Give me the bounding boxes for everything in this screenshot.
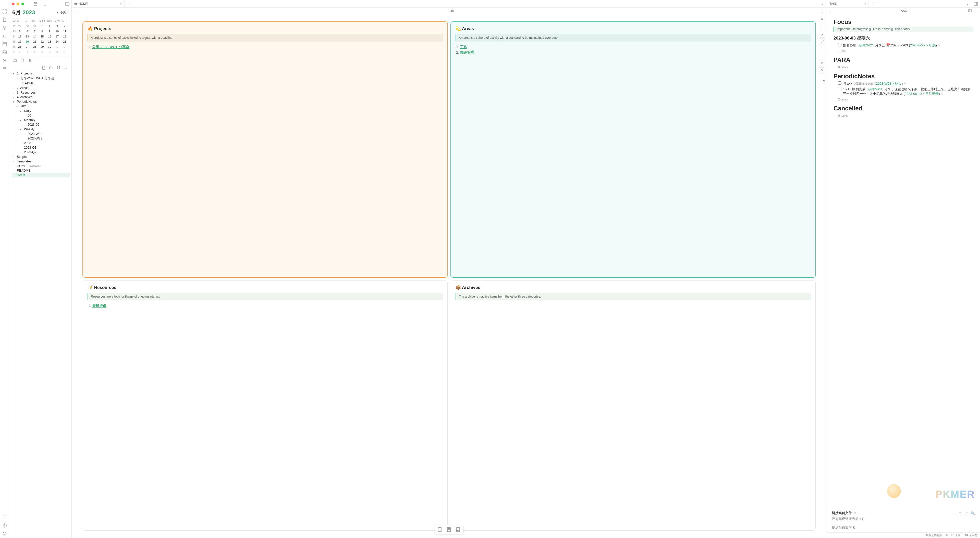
task-row[interactable]: 报名参加 #分享/WOT 分享会 📅 2023-06-03 (2023-W22 … [834, 43, 974, 48]
calendar-day[interactable]: 25· [61, 39, 68, 44]
tree-item[interactable]: TASK [12, 173, 70, 178]
calendar-day[interactable]: 11· [61, 29, 68, 34]
today-button[interactable]: 今天 [60, 10, 66, 15]
chevron-icon[interactable]: › [16, 77, 19, 80]
calendar-day[interactable]: 26· [16, 44, 24, 49]
calendar-day[interactable]: 6· [24, 29, 31, 34]
status-chars[interactable]: 664 个字符 [964, 533, 977, 537]
image-icon[interactable] [2, 50, 7, 55]
edit-icon[interactable]: ✎ [938, 44, 940, 47]
tree-item[interactable]: 2023-Q2 [12, 150, 70, 154]
search-icon[interactable]: 🔍 [971, 511, 975, 515]
tab-dropdown-icon[interactable]: ⌄ [818, 2, 827, 6]
calendar-day[interactable]: 30· [24, 24, 31, 29]
calendar-day[interactable]: 20· [24, 39, 31, 44]
task-checkbox[interactable] [838, 43, 842, 46]
add-note-icon[interactable] [445, 526, 453, 533]
collapse-right-icon[interactable] [972, 2, 980, 6]
chevron-icon[interactable]: › [13, 156, 16, 158]
task-checkbox[interactable] [838, 87, 842, 90]
new-folder-icon[interactable] [49, 66, 53, 70]
vault-icon[interactable] [2, 515, 7, 520]
calendar-day[interactable]: 21· [31, 39, 38, 44]
new-note-icon[interactable] [42, 66, 46, 70]
tree-item[interactable]: ›3. Resources [12, 90, 70, 95]
week-number[interactable]: 27 [12, 49, 16, 54]
calendar-day[interactable]: 16· [46, 34, 53, 39]
reader-mode-icon[interactable] [968, 9, 972, 13]
calendar-day[interactable]: 1· [38, 24, 46, 29]
calendar-day[interactable]: 5· [16, 29, 24, 34]
calendar-day[interactable]: 4· [61, 24, 68, 29]
hash-icon[interactable] [28, 58, 32, 62]
chevron-icon[interactable]: › [13, 160, 16, 163]
settings-icon[interactable] [2, 532, 7, 536]
chevron-icon[interactable]: ▾ [16, 105, 19, 108]
tree-item[interactable]: README [12, 81, 70, 86]
tree-item[interactable]: HOMECANVAS [12, 164, 70, 168]
week-number[interactable]: 24 [12, 34, 16, 39]
merge-icon[interactable]: ⇅ [959, 511, 962, 515]
task-link[interactable]: 2023-06-10 > 日常记录 [905, 92, 939, 95]
nav-forward-icon[interactable]: → [80, 9, 83, 13]
card-areas[interactable]: 💫 Areas An area is a sphere of activity … [451, 22, 815, 277]
calendar-day[interactable]: 4· [24, 49, 31, 54]
new-tab-icon[interactable]: ＋ [124, 2, 133, 6]
nav-forward-icon[interactable]: → [835, 9, 838, 13]
status-words[interactable]: 95 个词 [951, 533, 960, 537]
more-icon[interactable]: ⋮ [974, 9, 977, 13]
calendar-day[interactable]: 31· [31, 24, 38, 29]
chevron-icon[interactable]: › [13, 87, 16, 89]
calendar-small-icon[interactable] [2, 66, 7, 71]
calendar-day[interactable]: 5· [31, 49, 38, 54]
edit-icon[interactable]: ✎ [904, 82, 906, 86]
calendar-day[interactable]: 1· [53, 44, 61, 49]
calendar-icon[interactable] [33, 2, 38, 6]
card-archives[interactable]: 📦 Archives The archive is inactive items… [451, 281, 815, 531]
tree-item[interactable]: README [12, 168, 70, 173]
chevron-icon[interactable]: › [24, 114, 27, 117]
calendar-day[interactable]: 3· [16, 49, 24, 54]
calendar-day[interactable]: 7· [31, 29, 38, 34]
chevron-icon[interactable]: ▾ [20, 110, 23, 113]
traffic-close[interactable] [12, 3, 14, 5]
new-tab-icon[interactable]: ＋ [869, 2, 877, 6]
tree-item[interactable]: ▾1. Projects [12, 71, 70, 76]
calendar-day[interactable]: 8· [53, 49, 61, 54]
week-number[interactable]: 23 [12, 29, 16, 34]
grid-icon[interactable] [2, 9, 7, 14]
tree-item[interactable]: ▾2023 [12, 104, 70, 109]
edit-mode-icon[interactable]: ✎ [945, 534, 948, 537]
calendar-day[interactable]: 8· [38, 29, 46, 34]
edit-icon[interactable]: ✎ [941, 92, 943, 95]
prev-month-icon[interactable]: ‹ [57, 11, 58, 14]
calendar-day[interactable]: 2· [46, 24, 53, 29]
search-icon[interactable] [21, 58, 24, 62]
help-icon[interactable] [2, 523, 7, 528]
chevron-icon[interactable]: ▾ [20, 119, 23, 122]
calendar-day[interactable]: 24· [53, 39, 61, 44]
calendar-day[interactable]: 17· [53, 34, 61, 39]
task-checkbox[interactable] [838, 81, 842, 85]
calendar-day[interactable]: 22· [38, 39, 46, 44]
calendar-day[interactable]: 30· [46, 44, 53, 49]
tree-item[interactable]: ▾Daily [12, 109, 70, 113]
chevron-icon[interactable]: › [13, 91, 16, 94]
week-number[interactable]: 22 [12, 24, 16, 29]
next-month-icon[interactable]: › [67, 11, 68, 14]
task-tag[interactable]: #分享/WOT [857, 44, 874, 47]
backlinks-search-input[interactable] [832, 526, 975, 529]
nav-back-icon[interactable]: ← [829, 9, 832, 13]
graph-icon[interactable] [2, 25, 7, 30]
task-row[interactable]: 与 xxx #工作/one-one (2023-W23 > 职员) ✎ [834, 81, 974, 86]
file-icon[interactable] [2, 17, 7, 22]
task-tag[interactable]: #工作/one-one [853, 82, 874, 85]
tab-home[interactable]: ▦ HOME × [72, 0, 124, 7]
calendar-day[interactable]: 6· [38, 49, 46, 54]
card-link[interactable]: 摄影摄像 [92, 304, 107, 308]
tree-item[interactable]: ›06 [12, 113, 70, 118]
card-resources[interactable]: 📝 Resources Resources are a topic or the… [83, 281, 447, 531]
calendar-day[interactable]: 29· [38, 44, 46, 49]
card-link[interactable]: 知识管理 [460, 50, 474, 54]
calendar-day[interactable]: 29· [16, 24, 24, 29]
